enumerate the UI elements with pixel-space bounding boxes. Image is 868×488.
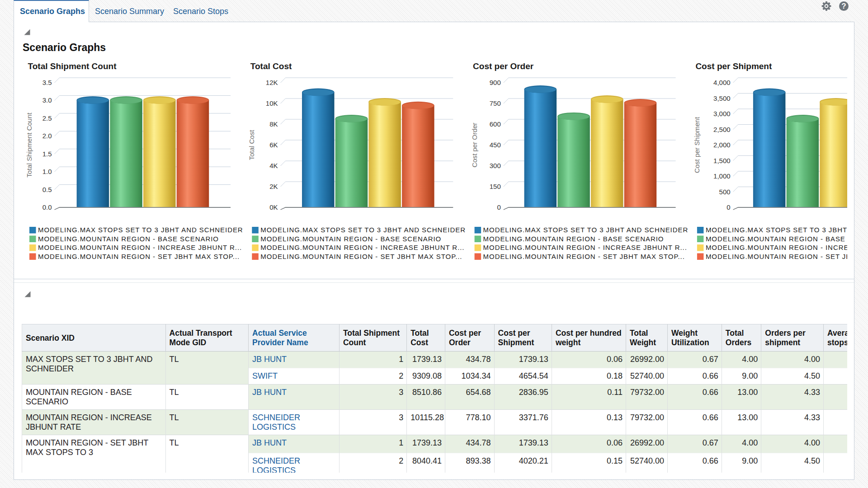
svg-text:MODELING.MAX STOPS SET TO 3 JB: MODELING.MAX STOPS SET TO 3 JBHT AND SCH… <box>483 226 689 234</box>
svg-text:750: 750 <box>490 99 501 107</box>
svg-text:MODELING.MOUNTAIN REGION - INC: MODELING.MOUNTAIN REGION - INCREASE JBHU… <box>38 244 242 251</box>
svg-text:MODELING.MAX STOPS SET TO 3 JB: MODELING.MAX STOPS SET TO 3 JBHT AND SCH… <box>260 226 466 234</box>
svg-text:Total Shipment Count: Total Shipment Count <box>25 112 33 177</box>
svg-text:600: 600 <box>490 120 501 128</box>
svg-text:MODELING.MOUNTAIN REGION - BAS: MODELING.MOUNTAIN REGION - BASE SCENARIO <box>260 235 441 243</box>
svg-text:MODELING.MAX STOPS SET TO 3 JB: MODELING.MAX STOPS SET TO 3 JBHT AND SCH… <box>706 226 847 234</box>
svg-text:2.0: 2.0 <box>42 132 52 140</box>
svg-text:Cost per Order: Cost per Order <box>473 61 534 71</box>
svg-text:MODELING.MOUNTAIN REGION - INC: MODELING.MOUNTAIN REGION - INCREASE JBHU… <box>260 244 464 251</box>
svg-text:150: 150 <box>490 183 501 190</box>
svg-text:4,000: 4,000 <box>713 79 731 86</box>
svg-text:Cost per Shipment: Cost per Shipment <box>695 61 772 71</box>
svg-text:Cost per Order: Cost per Order <box>471 122 478 167</box>
svg-text:MODELING.MOUNTAIN REGION - SET: MODELING.MOUNTAIN REGION - SET JBHT MAX … <box>483 253 685 260</box>
svg-text:900: 900 <box>490 79 501 86</box>
svg-text:2,000: 2,000 <box>713 141 731 149</box>
svg-text:Total Cost: Total Cost <box>248 130 255 160</box>
svg-text:MODELING.MOUNTAIN REGION - BAS: MODELING.MOUNTAIN REGION - BASE SCENARIO <box>483 235 664 243</box>
svg-text:MODELING.MOUNTAIN REGION - SET: MODELING.MOUNTAIN REGION - SET JBHT MAX … <box>706 253 847 260</box>
svg-text:300: 300 <box>490 162 501 169</box>
svg-text:4K: 4K <box>269 162 278 169</box>
svg-text:MODELING.MOUNTAIN REGION - BAS: MODELING.MOUNTAIN REGION - BASE SCENARIO <box>706 235 847 243</box>
svg-text:2K: 2K <box>269 183 278 190</box>
svg-text:MODELING.MAX STOPS SET TO 3 JB: MODELING.MAX STOPS SET TO 3 JBHT AND SCH… <box>38 226 243 234</box>
svg-text:12K: 12K <box>266 79 278 86</box>
svg-text:3.0: 3.0 <box>42 96 52 104</box>
svg-text:1.0: 1.0 <box>42 168 52 175</box>
svg-text:Cost per Shipment: Cost per Shipment <box>693 117 701 173</box>
svg-text:MODELING.MOUNTAIN REGION - SET: MODELING.MOUNTAIN REGION - SET JBHT MAX … <box>260 253 462 260</box>
svg-text:8K: 8K <box>269 120 278 128</box>
svg-text:Total Shipment Count: Total Shipment Count <box>28 61 117 71</box>
svg-text:450: 450 <box>490 141 501 149</box>
svg-text:0: 0 <box>497 203 500 211</box>
svg-text:0.5: 0.5 <box>42 186 52 193</box>
svg-text:0: 0 <box>726 203 730 211</box>
svg-text:MODELING.MOUNTAIN REGION - BAS: MODELING.MOUNTAIN REGION - BASE SCENARIO <box>38 235 219 243</box>
svg-text:3,000: 3,000 <box>713 110 731 117</box>
svg-text:2.5: 2.5 <box>42 114 52 122</box>
svg-text:Total Cost: Total Cost <box>250 61 292 71</box>
svg-text:0K: 0K <box>269 203 278 211</box>
svg-text:6K: 6K <box>269 141 278 149</box>
svg-text:MODELING.MOUNTAIN REGION - INC: MODELING.MOUNTAIN REGION - INCREASE JBHU… <box>706 244 847 251</box>
svg-text:MODELING.MOUNTAIN REGION - SET: MODELING.MOUNTAIN REGION - SET JBHT MAX … <box>38 253 240 260</box>
svg-text:1.5: 1.5 <box>42 150 52 158</box>
svg-text:3.5: 3.5 <box>42 79 52 86</box>
svg-text:1,500: 1,500 <box>713 157 731 164</box>
svg-text:MODELING.MOUNTAIN REGION - INC: MODELING.MOUNTAIN REGION - INCREASE JBHU… <box>483 244 687 251</box>
svg-text:0.0: 0.0 <box>42 203 52 211</box>
svg-text:10K: 10K <box>266 99 278 107</box>
svg-text:3,500: 3,500 <box>713 94 731 102</box>
svg-text:500: 500 <box>719 188 731 196</box>
svg-text:1,000: 1,000 <box>713 172 731 180</box>
svg-text:2,500: 2,500 <box>713 126 731 133</box>
